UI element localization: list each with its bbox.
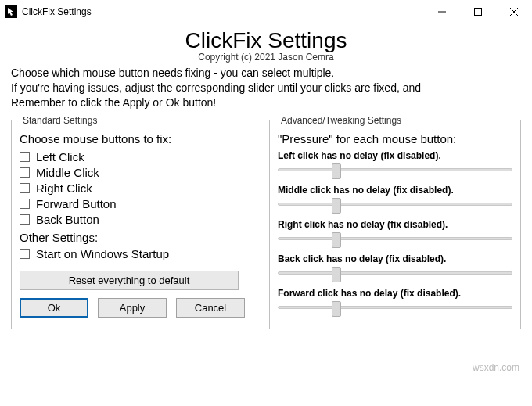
standard-legend: Standard Settings xyxy=(20,115,100,126)
checkbox-label: Forward Button xyxy=(36,197,117,210)
middle-slider-label: Middle click has no delay (fix disabled)… xyxy=(278,185,512,196)
checkbox-label: Middle Click xyxy=(36,166,99,179)
left-slider-label: Left click has no delay (fix disabled). xyxy=(278,150,512,161)
right-click-checkbox[interactable]: Right Click xyxy=(20,181,253,195)
dialog-buttons: Ok Apply Cancel xyxy=(20,298,253,318)
slider-thumb[interactable] xyxy=(332,232,341,248)
slider-track xyxy=(278,271,512,275)
back-button-checkbox[interactable]: Back Button xyxy=(20,213,253,226)
startup-checkbox[interactable]: Start on Windows Startup xyxy=(20,247,253,260)
advanced-settings-group: Advanced/Tweaking Settings "Pressure" fo… xyxy=(269,115,521,329)
page-title: ClickFix Settings xyxy=(11,28,521,53)
watermark: wsxdn.com xyxy=(473,362,519,373)
intro-text: Choose which mouse button needs fixing -… xyxy=(11,66,521,110)
ok-button[interactable]: Ok xyxy=(20,298,88,318)
right-slider[interactable] xyxy=(278,232,512,249)
forward-slider-label: Forward click has no delay (fix disabled… xyxy=(278,288,512,299)
intro-line: Choose which mouse button needs fixing -… xyxy=(11,66,521,81)
forward-slider[interactable] xyxy=(278,300,512,318)
checkbox-icon xyxy=(20,183,30,193)
standard-settings-group: Standard Settings Choose mouse buttons t… xyxy=(11,115,261,329)
slider-thumb[interactable] xyxy=(332,267,341,282)
checkbox-label: Back Button xyxy=(36,213,99,226)
svg-rect-1 xyxy=(475,8,482,15)
app-icon xyxy=(5,5,17,18)
slider-thumb[interactable] xyxy=(332,198,341,214)
window-titlebar: ClickFix Settings xyxy=(0,0,532,23)
checkbox-icon xyxy=(20,152,30,162)
checkbox-icon xyxy=(20,214,30,225)
cancel-button[interactable]: Cancel xyxy=(176,298,245,318)
reset-button[interactable]: Reset everything to default xyxy=(20,271,239,290)
advanced-legend: Advanced/Tweaking Settings xyxy=(278,115,404,126)
intro-line: If you're having issues, adjust the corr… xyxy=(11,81,521,95)
slider-track xyxy=(278,306,512,309)
apply-button[interactable]: Apply xyxy=(98,298,167,318)
middle-click-checkbox[interactable]: Middle Click xyxy=(20,166,253,179)
forward-button-checkbox[interactable]: Forward Button xyxy=(20,197,253,210)
maximize-button[interactable] xyxy=(460,0,496,23)
checkbox-icon xyxy=(20,249,30,259)
pressure-label: "Pressure" for each mouse button: xyxy=(278,132,512,146)
checkbox-icon xyxy=(20,199,30,209)
intro-line: Remember to click the Apply or Ok button… xyxy=(11,95,521,110)
copyright-text: Copyright (c) 2021 Jason Cemra xyxy=(11,52,521,63)
checkbox-label: Left Click xyxy=(36,150,84,163)
minimize-button[interactable] xyxy=(424,0,460,23)
slider-thumb[interactable] xyxy=(332,163,341,179)
close-button[interactable] xyxy=(496,0,532,23)
slider-track xyxy=(278,203,512,206)
other-settings-label: Other Settings: xyxy=(20,231,253,244)
left-click-checkbox[interactable]: Left Click xyxy=(20,150,253,163)
checkbox-icon xyxy=(20,167,30,178)
back-slider-label: Back click has no delay (fix disabled). xyxy=(278,253,512,264)
slider-track xyxy=(278,237,512,240)
slider-track xyxy=(278,168,512,171)
checkbox-label: Start on Windows Startup xyxy=(36,247,169,260)
slider-thumb[interactable] xyxy=(332,301,341,317)
right-slider-label: Right click has no delay (fix disabled). xyxy=(278,219,512,230)
checkbox-label: Right Click xyxy=(36,181,92,195)
choose-buttons-label: Choose mouse buttons to fix: xyxy=(20,132,253,146)
middle-slider[interactable] xyxy=(278,197,512,214)
back-slider[interactable] xyxy=(278,266,512,283)
left-slider[interactable] xyxy=(278,163,512,180)
window-title: ClickFix Settings xyxy=(22,6,92,17)
